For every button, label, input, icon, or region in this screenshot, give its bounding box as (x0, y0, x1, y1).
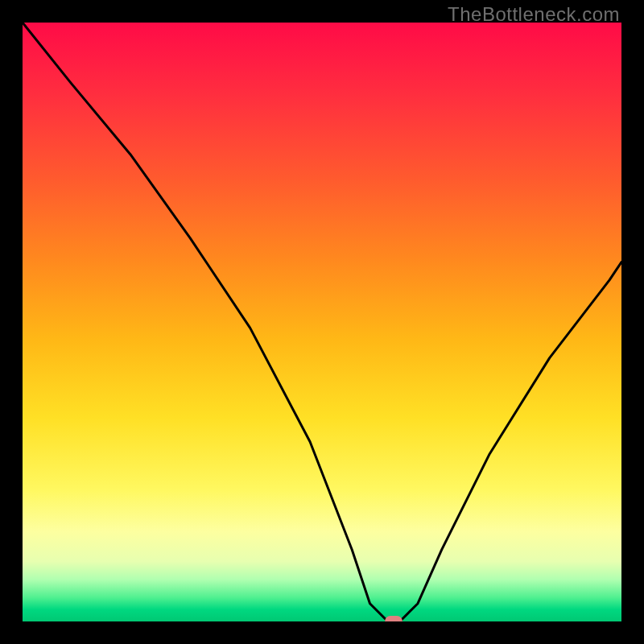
bottleneck-curve (23, 23, 621, 621)
chart-frame: TheBottleneck.com (0, 0, 644, 644)
curve-layer (23, 23, 621, 621)
optimal-point-marker (385, 616, 402, 621)
watermark-text: TheBottleneck.com (448, 3, 620, 26)
plot-area (23, 23, 621, 621)
